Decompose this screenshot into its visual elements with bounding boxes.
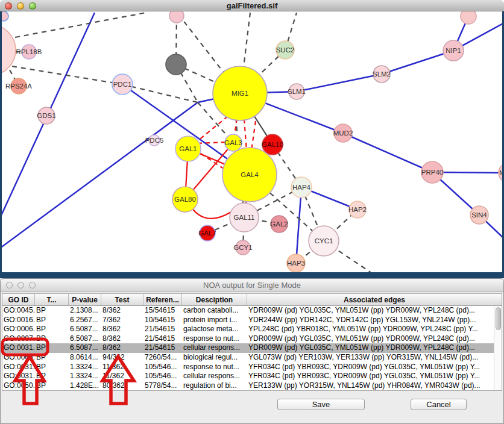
minimize-button[interactable] [17, 2, 24, 10]
node-big-left[interactable] [0, 25, 16, 75]
column-header-associated-edges[interactable]: Associated edges [247, 294, 502, 305]
close-button[interactable] [5, 2, 12, 10]
node-top-mid-node[interactable] [169, 11, 184, 23]
cell: 5778/54... [143, 381, 182, 391]
table-row[interactable]: GO:0031...BP1.3324...11/362105/546...res… [2, 363, 494, 372]
node-label-HAP3: HAP3 [287, 260, 305, 267]
network-view-frame [0, 272, 504, 278]
column-header-go-id[interactable]: GO ID [2, 294, 35, 305]
node-label-HAP4: HAP4 [292, 184, 311, 191]
cell: 11/362 [101, 372, 143, 381]
vertical-scrollbar[interactable] [494, 306, 502, 390]
cell: BP [35, 372, 69, 381]
cell: GO:0065... [2, 353, 35, 363]
node-gray-node[interactable] [166, 54, 186, 75]
cell: 21/54615 [143, 325, 182, 334]
cell: 8/362 [101, 325, 143, 334]
network-titlebar[interactable]: galFiltered.sif [0, 0, 504, 11]
cell: GO:0007... [2, 334, 35, 344]
cell: 1.3324... [69, 363, 101, 372]
cell: 15/54615 [143, 306, 182, 316]
cancel-button[interactable]: Cancel [411, 399, 467, 410]
cell: 94/362 [101, 353, 143, 363]
table-row[interactable]: GO:0031...BP6.5087...8/36221/54615cellul… [2, 343, 494, 353]
cell: YDR009W (pd) YGL035C, YML051W (pp) YDR00… [247, 334, 494, 344]
cell: BP [35, 343, 69, 353]
cell: YER133W (pp) YOR315W, YNL145W (pd) YHR08… [247, 381, 494, 391]
cell: galactose meta... [182, 325, 247, 334]
node-label-GAL7: GAL7 [198, 229, 216, 237]
noa-window-controls [6, 282, 36, 288]
cell: cellular respons... [182, 343, 247, 353]
node-label-MIG1: MIG1 [232, 90, 248, 97]
edge-reddash [244, 119, 247, 151]
column-header-referen[interactable]: Referen... [143, 294, 182, 305]
node-label-GAL10: GAL10 [262, 141, 283, 148]
network-window-title: galFiltered.sif [227, 1, 278, 10]
cell: carbon cataboli... [182, 306, 247, 316]
zoom-button[interactable] [29, 2, 36, 10]
edge-dash [122, 84, 198, 102]
table-row[interactable]: GO:0016...BP6.2567...7/36210/54615protei… [2, 316, 494, 325]
column-header-test[interactable]: Test [101, 294, 143, 305]
edge-dash [12, 66, 122, 84]
node-label-CYC1: CYC1 [315, 237, 333, 245]
node-label-PDC5: PDC5 [145, 137, 164, 144]
cell: GO:0031... [2, 363, 35, 372]
cell: protein import i... [182, 316, 247, 325]
cell: biological regul... [182, 353, 247, 363]
cell: YFR034C (pd) YBR093C, YDR009W (pd) YGL03… [247, 372, 494, 381]
cell: 6.5087... [69, 325, 101, 334]
cell: 8/362 [101, 343, 143, 353]
column-header-t[interactable]: T... [35, 294, 69, 305]
window-controls [5, 2, 36, 10]
table-row[interactable]: GO:0007...BP6.5087...8/36221/54615respon… [2, 334, 494, 344]
noa-titlebar[interactable]: NOA output for Single Mode [1, 279, 503, 292]
node-label-PDC1: PDC1 [113, 81, 132, 88]
cell: 80/362 [101, 381, 143, 391]
table-header-row: GO IDT...P-valueTestReferen...Desciption… [2, 294, 502, 306]
cell: BP [35, 306, 69, 316]
cell: YDR244W (pp) YDR142C, YDR142C (pp) YGL15… [247, 316, 494, 325]
cell: YGL073W (pd) YER103W, YER133W (pp) YOR31… [247, 353, 494, 363]
screen: galFiltered.sif RPL18BRPS24AGDS1PDC1MIG1… [0, 0, 504, 424]
cell: 21/54615 [143, 343, 182, 353]
table-row[interactable]: GO:0006...BP6.5087...8/36221/54615galact… [2, 325, 494, 334]
edge-reddash [198, 142, 225, 143]
column-header-p-value[interactable]: P-value [69, 294, 101, 305]
cell: GO:0031... [2, 343, 35, 353]
table-row[interactable]: GO:0050...BP1.428E...80/3625778/54...reg… [2, 381, 494, 391]
node-top-right-node[interactable] [461, 11, 476, 24]
node-label-MUD2: MUD2 [333, 129, 353, 137]
node-label-PRP40: PRP40 [421, 169, 443, 176]
cell: BP [35, 363, 69, 372]
cell: 8/362 [101, 306, 143, 316]
table-row[interactable]: GO:0045...BP2.1308...8/36215/54615carbon… [2, 306, 494, 316]
noa-window: NOA output for Single Mode GO IDT...P-va… [0, 278, 504, 424]
network-canvas[interactable]: RPL18BRPS24AGDS1PDC1MIG1SUC2SLM1SLM2NIP1… [0, 11, 504, 278]
minimize-button[interactable] [17, 282, 24, 288]
table-row[interactable]: GO:0031...BP1.3324...11/362105/546...cel… [2, 372, 494, 381]
scrollbar-thumb[interactable] [496, 307, 501, 330]
cell: GO:0050... [2, 381, 35, 391]
zoom-button[interactable] [29, 282, 36, 288]
close-button[interactable] [6, 282, 13, 288]
cell: BP [35, 353, 69, 363]
cell: BP [35, 316, 69, 325]
node-label-GDS1: GDS1 [37, 112, 55, 119]
node-label-GAL11: GAL11 [234, 214, 255, 221]
table-row[interactable]: GO:0065...BP8.0614...94/3627260/54...bio… [2, 353, 494, 363]
edge-blue [296, 187, 301, 263]
cell: regulation of bi... [182, 381, 247, 391]
column-header-desciption[interactable]: Desciption [182, 294, 247, 305]
cell: 2.1308... [69, 306, 101, 316]
cell: 105/546... [143, 372, 182, 381]
cell: BP [35, 334, 69, 344]
cell: YFR034C (pd) YBR093C, YDR009W (pd) YGL03… [247, 363, 494, 372]
edge-blue [382, 51, 453, 74]
cell: GO:0016... [2, 316, 35, 325]
node-label-RPS24A: RPS24A [5, 83, 32, 90]
node-label-NIP1: NIP1 [446, 47, 461, 54]
cell: 6.5087... [69, 343, 101, 353]
save-button[interactable]: Save [277, 399, 365, 410]
